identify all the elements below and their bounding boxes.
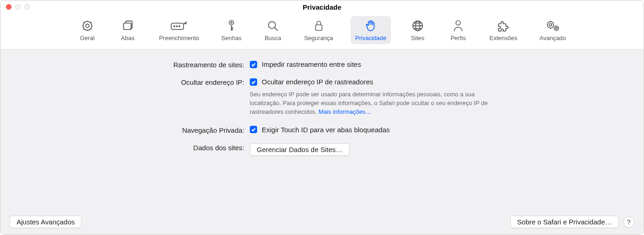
preferences-window: Privacidade Geral Abas Preenchimento S: [0, 0, 644, 235]
tab-avancado[interactable]: Avançado: [535, 16, 571, 44]
svg-point-10: [269, 22, 276, 29]
tab-perfis[interactable]: Perfis: [444, 16, 472, 44]
tab-label: Preenchimento: [159, 35, 199, 41]
svg-point-17: [549, 24, 552, 26]
checkbox-checked-icon: [250, 78, 257, 86]
tab-label: Privacidade: [355, 35, 386, 41]
tracking-label: Rastreamento de sites:: [10, 60, 244, 69]
footer: Ajustes Avançados Sobre o Safari e Priva…: [10, 216, 634, 228]
minimize-window-button[interactable]: [15, 4, 21, 10]
titlebar: Privacidade: [0, 0, 644, 13]
private-browsing-label: Navegação Privada:: [10, 126, 244, 134]
about-safari-privacy-button[interactable]: Sobre o Safari e Privacidade…: [510, 216, 619, 228]
tab-abas[interactable]: Abas: [114, 16, 142, 44]
window-title: Privacidade: [0, 3, 644, 11]
manage-website-data-button[interactable]: Gerenciar Dados de Sites…: [250, 143, 350, 156]
tab-seguranca[interactable]: Segurança: [299, 16, 338, 44]
checkbox-label: Ocultar endereço IP de rastreadores: [262, 78, 373, 86]
more-info-link[interactable]: Mais informações…: [319, 108, 372, 115]
close-window-button[interactable]: [6, 4, 12, 10]
svg-point-5: [177, 26, 178, 27]
checkbox-label: Exigir Touch ID para ver abas bloqueadas: [262, 126, 390, 134]
svg-point-8: [229, 20, 234, 25]
window-controls: [6, 4, 30, 10]
svg-point-20: [554, 26, 558, 31]
svg-rect-2: [123, 23, 131, 29]
tab-label: Abas: [121, 35, 135, 41]
tab-label: Senhas: [221, 35, 242, 41]
tab-geral[interactable]: Geral: [74, 16, 101, 44]
tab-label: Segurança: [304, 35, 333, 41]
svg-line-7: [184, 23, 185, 24]
tab-label: Geral: [80, 35, 95, 41]
svg-point-16: [456, 21, 460, 25]
svg-point-0: [86, 24, 89, 27]
hand-icon: [364, 19, 377, 33]
site-data-label: Dados dos sites:: [10, 143, 244, 152]
tabs-icon: [121, 19, 134, 33]
gears-icon: [546, 19, 560, 33]
checkbox-label: Impedir rastreamento entre sites: [262, 60, 361, 68]
svg-point-6: [179, 26, 180, 27]
tab-label: Busca: [264, 35, 281, 41]
hide-ip-from-trackers-checkbox[interactable]: Ocultar endereço IP de rastreadores: [250, 78, 489, 86]
globe-icon: [411, 19, 424, 33]
tab-extensoes[interactable]: Extensões: [485, 16, 522, 44]
svg-line-11: [275, 28, 277, 30]
svg-point-9: [231, 22, 232, 23]
zoom-window-button[interactable]: [24, 4, 30, 10]
svg-point-1: [83, 21, 92, 30]
tab-label: Sites: [411, 35, 425, 41]
tab-busca[interactable]: Busca: [259, 16, 287, 44]
preferences-tabs: Geral Abas Preenchimento Senhas Busca: [0, 13, 644, 49]
autofill-icon: [170, 19, 188, 33]
person-icon: [452, 19, 464, 33]
svg-point-4: [174, 26, 175, 27]
hide-ip-label: Ocultar endereço IP:: [10, 78, 244, 86]
advanced-settings-button[interactable]: Ajustes Avançados: [10, 216, 81, 228]
help-button[interactable]: ?: [623, 217, 634, 228]
hide-ip-description: Seu endereço IP pode ser usado para dete…: [250, 89, 489, 117]
tab-sites[interactable]: Sites: [404, 16, 431, 44]
tab-label: Extensões: [489, 35, 518, 41]
checkbox-checked-icon: [250, 126, 257, 133]
svg-point-19: [555, 27, 557, 29]
prevent-cross-site-tracking-checkbox[interactable]: Impedir rastreamento entre sites: [250, 60, 489, 68]
tab-privacidade[interactable]: Privacidade: [351, 16, 391, 44]
content-pane: Rastreamento de sites: Impedir rastreame…: [0, 49, 644, 235]
checkbox-checked-icon: [250, 61, 257, 68]
lock-icon: [313, 19, 324, 33]
tab-label: Avançado: [540, 35, 566, 41]
tab-preenchimento[interactable]: Preenchimento: [155, 16, 204, 44]
puzzle-icon: [497, 19, 510, 33]
svg-rect-12: [316, 25, 322, 30]
key-icon: [226, 19, 237, 33]
search-icon: [266, 19, 279, 33]
gear-icon: [81, 19, 94, 33]
tab-senhas[interactable]: Senhas: [217, 16, 246, 44]
tab-label: Perfis: [450, 35, 466, 41]
require-touch-id-checkbox[interactable]: Exigir Touch ID para ver abas bloqueadas: [250, 126, 489, 134]
